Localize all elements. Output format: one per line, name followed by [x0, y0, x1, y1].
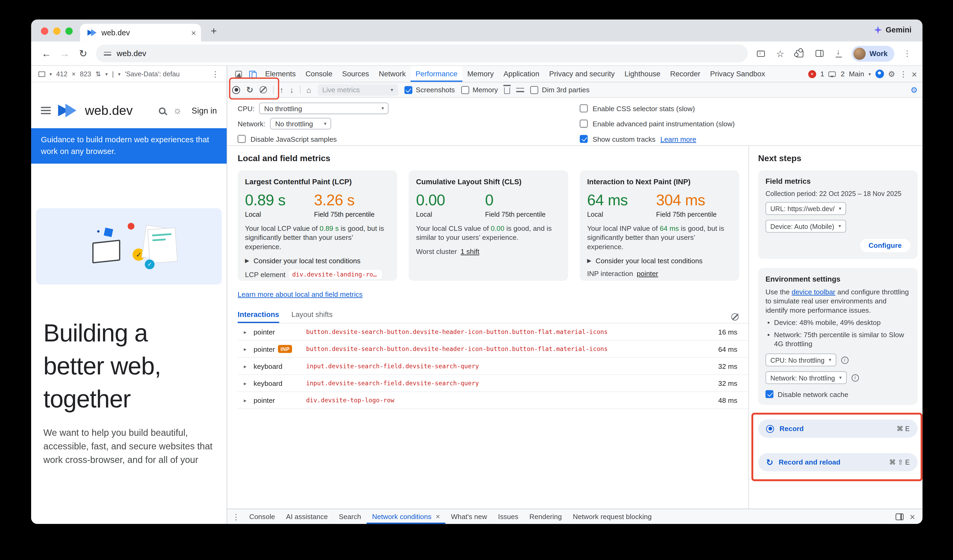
browser-menu-icon[interactable]: ⋮ [898, 44, 916, 62]
profile-chip[interactable]: Work [852, 45, 894, 62]
device-select[interactable]: Device: Auto (Mobile)▾ [765, 220, 846, 233]
webdev-wordmark[interactable]: web.dev [85, 103, 133, 118]
minimize-window-button[interactable] [53, 27, 61, 35]
record-and-reload-button[interactable]: ↻ Record and reload ⌘ ⇧ E [758, 453, 917, 472]
record-button[interactable]: Record ⌘ E [758, 419, 917, 438]
inp-interaction-link[interactable]: pointer [637, 270, 658, 277]
main-caret-icon[interactable]: ▾ [868, 71, 871, 77]
checkbox-icon[interactable] [580, 120, 588, 128]
cpu-throttling-select[interactable]: No throttling▾ [259, 103, 389, 114]
viewport-width[interactable]: 412 [56, 70, 67, 77]
back-icon[interactable]: ← [37, 44, 56, 62]
table-row[interactable]: ▸ keyboard input.devsite-search-field.de… [237, 375, 748, 392]
search-icon[interactable] [159, 107, 166, 114]
dim-3rd-parties-checkbox[interactable]: Dim 3rd parties [530, 86, 590, 94]
drawer-tab-issues[interactable]: Issues [492, 509, 524, 524]
error-badge-icon[interactable]: × [808, 70, 816, 78]
throttle-caret-icon[interactable]: ▾ [118, 71, 121, 77]
checkbox-icon[interactable] [580, 105, 588, 113]
extensions-puzzle-icon[interactable] [791, 44, 809, 62]
tab-sources[interactable]: Sources [337, 66, 374, 82]
tab-performance[interactable]: Performance [411, 66, 462, 82]
address-bar[interactable]: web.dev [96, 45, 748, 62]
tab-elements[interactable]: Elements [260, 66, 301, 82]
css-selector-stats-checkbox[interactable]: Enable CSS selector stats (slow) [580, 102, 922, 114]
sign-in-link[interactable]: Sign in [192, 106, 217, 115]
more-tools-icon[interactable]: ⋮ [232, 512, 240, 521]
tab-console[interactable]: Console [301, 66, 337, 82]
show-custom-tracks-checkbox[interactable]: Show custom tracks Learn more [580, 132, 922, 145]
drawer-tab-network-conditions[interactable]: Network conditions × [366, 509, 445, 524]
forward-icon[interactable]: → [56, 44, 74, 62]
clear-interactions-icon[interactable] [731, 313, 739, 321]
url-select[interactable]: URL: https://web.dev/▾ [765, 202, 846, 215]
table-row[interactable]: ▸ keyboard input.devsite-search-field.de… [237, 358, 748, 375]
row-expand-icon[interactable]: ▸ [244, 363, 253, 369]
table-row[interactable]: ▸ pointer div.devsite-top-logo-row 48 ms [237, 392, 748, 409]
zoom-icon[interactable]: ⇅ [96, 70, 101, 78]
table-row[interactable]: ▸ pointerINP button.devsite-search-butto… [237, 340, 748, 357]
history-select[interactable]: Live metrics▾ [317, 84, 398, 96]
checkbox-icon[interactable] [530, 86, 538, 94]
drawer-tab-whats-new[interactable]: What's new [445, 509, 492, 524]
expander-triangle-icon[interactable]: ▶ [245, 258, 249, 264]
devtools-close-icon[interactable]: × [911, 69, 917, 79]
theme-toggle-icon[interactable]: ☼ [173, 105, 182, 116]
paint-instrumentation-checkbox[interactable]: Enable advanced paint instrumentation (s… [580, 117, 922, 130]
toolbar-gear-icon[interactable]: ⚙ [910, 85, 917, 94]
env-network-select[interactable]: Network: No throttling▾ [765, 371, 847, 384]
expander-triangle-icon[interactable]: ▶ [587, 258, 591, 264]
device-toolbar-menu-icon[interactable]: ⋮ [211, 70, 219, 79]
row-expand-icon[interactable]: ▸ [244, 397, 253, 404]
drawer-tab-console[interactable]: Console [244, 509, 281, 524]
live-metrics-home-icon[interactable]: ⌂ [306, 85, 311, 94]
tab-network[interactable]: Network [374, 66, 411, 82]
drawer-close-icon[interactable]: × [910, 511, 915, 522]
worst-cluster-link[interactable]: 1 shift [461, 248, 479, 255]
downloads-icon[interactable] [830, 44, 848, 62]
drawer-tab-ai-assistance[interactable]: AI assistance [281, 509, 333, 524]
browser-tab[interactable]: web.dev × [80, 24, 201, 42]
lcp-element-chip[interactable]: div.devsite-landing-row-ite… [289, 270, 382, 279]
configure-button[interactable]: Configure [860, 239, 910, 252]
collect-garbage-icon[interactable] [504, 87, 510, 94]
save-profile-icon[interactable]: ↓ [290, 85, 294, 94]
drawer-tab-rendering[interactable]: Rendering [524, 509, 567, 524]
devtools-settings-gear-icon[interactable]: ⚙ [888, 70, 895, 79]
maximize-window-button[interactable] [65, 27, 73, 35]
tab-interactions[interactable]: Interactions [237, 310, 279, 323]
devtools-menu-icon[interactable]: ⋮ [900, 70, 908, 79]
viewport-height[interactable]: 823 [80, 70, 91, 77]
row-expand-icon[interactable]: ▸ [244, 329, 253, 335]
checkbox-checked-icon[interactable] [580, 135, 588, 143]
custom-tracks-learn-more-link[interactable]: Learn more [660, 135, 696, 143]
record-icon[interactable] [232, 86, 240, 94]
toggle-device-toolbar-icon[interactable] [245, 70, 260, 78]
tab-lighthouse[interactable]: Lighthouse [619, 66, 665, 82]
issues-bubble-icon[interactable] [829, 71, 836, 77]
field-metrics-learn-link[interactable]: Learn more about local and field metrics [237, 291, 363, 298]
inspect-element-icon[interactable] [231, 70, 245, 77]
lcp-test-conditions-expander[interactable]: ▶ Consider your local test conditions [245, 257, 390, 265]
tab-privacy-security[interactable]: Privacy and security [544, 66, 619, 82]
row-expand-icon[interactable]: ▸ [244, 380, 253, 386]
site-settings-icon[interactable] [104, 50, 111, 56]
screenshots-checkbox[interactable]: Screenshots [404, 86, 455, 94]
drawer-tab-network-request-blocking[interactable]: Network request blocking [567, 509, 657, 524]
checkbox-checked-icon[interactable] [404, 86, 412, 94]
info-icon[interactable]: i [841, 356, 849, 364]
tab-memory[interactable]: Memory [463, 66, 498, 82]
device-frame-icon[interactable] [39, 71, 45, 77]
table-row[interactable]: ▸ pointer button.devsite-search-button.d… [237, 323, 748, 340]
tab-recorder[interactable]: Recorder [665, 66, 705, 82]
inp-test-conditions-expander[interactable]: ▶ Consider your local test conditions [587, 257, 732, 265]
record-and-reload-icon[interactable]: ↻ [246, 85, 253, 95]
checkbox-icon[interactable] [461, 86, 469, 94]
drawer-tab-close-icon[interactable]: × [436, 512, 440, 521]
row-expand-icon[interactable]: ▸ [244, 346, 253, 352]
reload-icon[interactable]: ↻ [74, 44, 92, 62]
zoom-caret-icon[interactable]: ▾ [106, 71, 108, 77]
tab-application[interactable]: Application [498, 66, 544, 82]
disable-network-cache-checkbox[interactable]: Disable network cache [765, 390, 910, 398]
tab-close-icon[interactable]: × [191, 28, 196, 37]
